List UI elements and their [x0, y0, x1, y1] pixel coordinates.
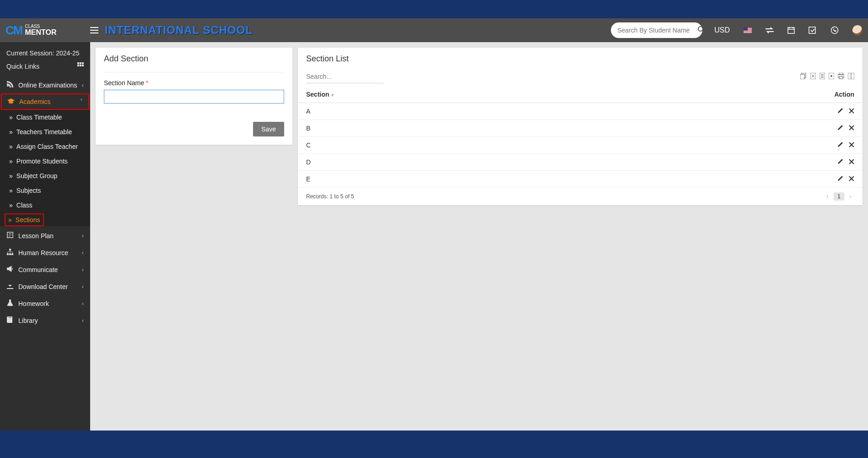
sidebar-sub-class-timetable[interactable]: »Class Timetable [0, 110, 90, 125]
print-icon[interactable] [838, 73, 844, 81]
delete-icon[interactable] [849, 142, 854, 149]
whatsapp-icon[interactable] [830, 26, 839, 34]
student-search[interactable] [611, 22, 702, 38]
section-cell: D [298, 154, 597, 171]
sidebar-item-lesson-plan[interactable]: Lesson Plan ‹ [0, 227, 90, 244]
page-prev-button[interactable]: ‹ [824, 192, 831, 201]
sidebar-item-label: Download Center [18, 283, 68, 290]
sidebar-sub-class[interactable]: »Class [0, 198, 90, 213]
angle-right-icon: » [9, 128, 13, 136]
svg-rect-9 [82, 65, 84, 66]
page-current: 1 [834, 192, 844, 201]
svg-rect-2 [809, 27, 815, 33]
angle-right-icon: » [9, 202, 13, 209]
sidebar-item-academics[interactable]: Academics ˅ [1, 93, 89, 110]
columns-icon[interactable] [848, 73, 854, 81]
search-icon[interactable] [697, 26, 705, 35]
edit-icon[interactable] [837, 142, 843, 149]
sidebar-item-label: Subjects [16, 187, 41, 194]
swap-icon[interactable] [766, 27, 774, 33]
sitemap-icon [6, 249, 14, 256]
svg-rect-4 [77, 62, 79, 64]
svg-rect-14 [11, 253, 13, 255]
angle-right-icon: » [9, 114, 13, 121]
section-search-input[interactable] [306, 70, 384, 83]
delete-icon[interactable] [849, 125, 854, 132]
sidebar-item-communicate[interactable]: Communicate ‹ [0, 261, 90, 278]
svg-rect-7 [77, 65, 79, 66]
svg-rect-8 [80, 65, 81, 66]
school-name: INTERNATIONAL SCHOOL [105, 24, 253, 37]
pdf-icon[interactable] [829, 73, 834, 81]
svg-rect-11 [9, 249, 11, 251]
card-title: Section List [298, 48, 863, 70]
svg-rect-12 [7, 253, 9, 255]
csv-icon[interactable] [819, 73, 825, 81]
edit-icon[interactable] [837, 158, 843, 166]
column-header-section[interactable]: Section▾ [298, 86, 597, 103]
copy-icon[interactable] [800, 73, 807, 81]
sidebar-item-homework[interactable]: Homework ‹ [0, 295, 90, 312]
sidebar-sub-subject-group[interactable]: »Subject Group [0, 169, 90, 183]
language-flag-icon[interactable] [744, 27, 752, 33]
sidebar-sub-assign-class-teacher[interactable]: »Assign Class Teacher [0, 139, 90, 154]
delete-icon[interactable] [849, 175, 854, 183]
download-icon [6, 283, 14, 290]
save-button[interactable]: Save [253, 122, 284, 136]
quick-links[interactable]: Quick Links [6, 60, 84, 73]
table-row: A [298, 103, 863, 120]
app-logo[interactable]: CM CLASS MENTOR [5, 23, 90, 38]
chevron-left-icon: ‹ [82, 233, 84, 239]
sidebar-item-download-center[interactable]: Download Center ‹ [0, 278, 90, 295]
delete-icon[interactable] [849, 108, 854, 115]
student-search-input[interactable] [617, 27, 697, 34]
angle-right-icon: » [9, 143, 13, 150]
sidebar-item-label: Lesson Plan [18, 232, 54, 240]
svg-rect-13 [9, 253, 11, 255]
main-content: Add Section Section Name * Save Section … [90, 42, 868, 431]
sidebar-item-online-examinations[interactable]: Online Examinations ‹ [0, 76, 90, 93]
section-cell: B [298, 120, 597, 137]
sidebar-sub-promote-students[interactable]: »Promote Students [0, 154, 90, 169]
calendar-icon[interactable] [787, 27, 795, 34]
pagination: ‹ 1 › [824, 192, 854, 201]
bullhorn-icon [6, 266, 14, 273]
sidebar-sub-teachers-timetable[interactable]: »Teachers Timetable [0, 125, 90, 139]
add-section-card: Add Section Section Name * Save [96, 48, 292, 145]
topbar-actions: USD [714, 25, 863, 35]
edit-icon[interactable] [837, 175, 843, 183]
excel-icon[interactable] [810, 73, 816, 81]
currency-switch[interactable]: USD [714, 26, 730, 34]
sidebar-item-human-resource[interactable]: Human Resource ‹ [0, 244, 90, 261]
sidebar-sub-subjects[interactable]: »Subjects [0, 183, 90, 198]
section-name-input[interactable] [104, 90, 284, 104]
sidebar-item-label: Teachers Timetable [16, 128, 72, 136]
chevron-left-icon: ‹ [82, 284, 84, 290]
card-title: Add Section [96, 48, 292, 70]
section-cell: C [298, 137, 597, 154]
export-toolbar [800, 73, 854, 81]
sidebar-item-label: Communicate [18, 266, 58, 273]
hamburger-icon[interactable] [90, 27, 98, 33]
book-icon [6, 316, 14, 324]
sidebar-item-label: Human Resource [18, 249, 68, 256]
chevron-down-icon: ˅ [80, 98, 83, 105]
delete-icon[interactable] [849, 158, 854, 166]
records-summary: Records: 1 to 5 of 5 [306, 193, 354, 200]
svg-rect-21 [839, 73, 843, 75]
sidebar-item-label: Academics [19, 98, 50, 105]
sidebar-item-library[interactable]: Library ‹ [0, 312, 90, 329]
svg-rect-16 [800, 74, 804, 79]
sidebar: Current Session: 2024-25 Quick Links Onl… [0, 42, 90, 431]
edit-icon[interactable] [837, 108, 843, 115]
chevron-left-icon: ‹ [82, 82, 84, 88]
svg-rect-6 [82, 62, 84, 64]
grid-icon [77, 62, 84, 70]
user-avatar[interactable] [852, 25, 863, 35]
edit-icon[interactable] [837, 125, 843, 132]
sidebar-item-label: Class [16, 202, 32, 209]
page-next-button[interactable]: › [847, 192, 854, 201]
sidebar-sub-sections[interactable]: »Sections [5, 213, 44, 226]
task-check-icon[interactable] [809, 27, 817, 34]
angle-right-icon: » [9, 172, 13, 180]
